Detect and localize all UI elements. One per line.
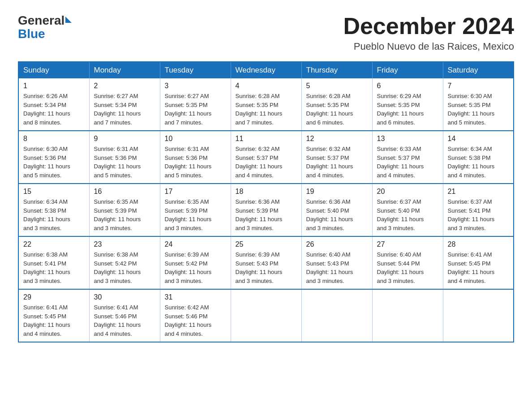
logo-arrow-icon bbox=[65, 17, 72, 23]
day-number: 1 bbox=[23, 82, 85, 90]
logo-general-text: General bbox=[18, 13, 64, 28]
day-info: Sunrise: 6:42 AMSunset: 5:46 PMDaylight:… bbox=[165, 303, 226, 338]
day-number: 26 bbox=[306, 240, 368, 248]
day-number: 31 bbox=[165, 293, 226, 301]
day-number: 5 bbox=[306, 82, 368, 90]
day-info: Sunrise: 6:33 AMSunset: 5:37 PMDaylight:… bbox=[377, 145, 438, 180]
calendar-cell: 21 Sunrise: 6:37 AMSunset: 5:41 PMDaylig… bbox=[443, 184, 514, 236]
day-info: Sunrise: 6:41 AMSunset: 5:45 PMDaylight:… bbox=[23, 303, 85, 338]
day-number: 30 bbox=[94, 293, 155, 301]
day-number: 13 bbox=[377, 135, 438, 143]
day-number: 28 bbox=[448, 240, 509, 248]
day-info: Sunrise: 6:30 AMSunset: 5:35 PMDaylight:… bbox=[448, 92, 509, 127]
day-number: 25 bbox=[236, 240, 297, 248]
column-header-saturday: Saturday bbox=[443, 62, 514, 78]
day-info: Sunrise: 6:30 AMSunset: 5:36 PMDaylight:… bbox=[23, 145, 85, 180]
day-info: Sunrise: 6:41 AMSunset: 5:45 PMDaylight:… bbox=[448, 250, 509, 285]
day-info: Sunrise: 6:32 AMSunset: 5:37 PMDaylight:… bbox=[306, 145, 368, 180]
calendar-cell: 6 Sunrise: 6:29 AMSunset: 5:35 PMDayligh… bbox=[372, 78, 443, 131]
calendar-cell: 2 Sunrise: 6:27 AMSunset: 5:34 PMDayligh… bbox=[89, 78, 160, 131]
calendar-cell: 7 Sunrise: 6:30 AMSunset: 5:35 PMDayligh… bbox=[443, 78, 514, 131]
logo: General Blue bbox=[18, 13, 72, 41]
day-info: Sunrise: 6:26 AMSunset: 5:34 PMDaylight:… bbox=[23, 92, 85, 127]
calendar-week-row: 22 Sunrise: 6:38 AMSunset: 5:41 PMDaylig… bbox=[18, 236, 514, 289]
day-info: Sunrise: 6:32 AMSunset: 5:37 PMDaylight:… bbox=[236, 145, 297, 180]
calendar-week-row: 8 Sunrise: 6:30 AMSunset: 5:36 PMDayligh… bbox=[18, 131, 514, 184]
calendar-header-row: SundayMondayTuesdayWednesdayThursdayFrid… bbox=[18, 62, 514, 78]
day-info: Sunrise: 6:39 AMSunset: 5:42 PMDaylight:… bbox=[165, 250, 226, 285]
calendar-cell: 11 Sunrise: 6:32 AMSunset: 5:37 PMDaylig… bbox=[231, 131, 301, 184]
day-info: Sunrise: 6:34 AMSunset: 5:38 PMDaylight:… bbox=[23, 197, 85, 232]
calendar-cell: 18 Sunrise: 6:36 AMSunset: 5:39 PMDaylig… bbox=[231, 184, 301, 236]
calendar-cell: 25 Sunrise: 6:39 AMSunset: 5:43 PMDaylig… bbox=[231, 236, 301, 289]
month-title: December 2024 bbox=[343, 13, 514, 39]
day-number: 11 bbox=[236, 135, 297, 143]
day-number: 7 bbox=[448, 82, 509, 90]
calendar-cell: 28 Sunrise: 6:41 AMSunset: 5:45 PMDaylig… bbox=[443, 236, 514, 289]
calendar-cell bbox=[231, 289, 301, 342]
day-number: 12 bbox=[306, 135, 368, 143]
calendar-cell: 29 Sunrise: 6:41 AMSunset: 5:45 PMDaylig… bbox=[18, 289, 89, 342]
day-info: Sunrise: 6:28 AMSunset: 5:35 PMDaylight:… bbox=[236, 92, 297, 127]
day-number: 23 bbox=[94, 240, 155, 248]
calendar-cell: 22 Sunrise: 6:38 AMSunset: 5:41 PMDaylig… bbox=[18, 236, 89, 289]
calendar-cell: 30 Sunrise: 6:41 AMSunset: 5:46 PMDaylig… bbox=[89, 289, 160, 342]
day-number: 6 bbox=[377, 82, 438, 90]
day-info: Sunrise: 6:40 AMSunset: 5:44 PMDaylight:… bbox=[377, 250, 438, 285]
day-info: Sunrise: 6:29 AMSunset: 5:35 PMDaylight:… bbox=[377, 92, 438, 127]
calendar-cell: 23 Sunrise: 6:38 AMSunset: 5:42 PMDaylig… bbox=[89, 236, 160, 289]
day-info: Sunrise: 6:41 AMSunset: 5:46 PMDaylight:… bbox=[94, 303, 155, 338]
column-header-wednesday: Wednesday bbox=[231, 62, 301, 78]
day-info: Sunrise: 6:39 AMSunset: 5:43 PMDaylight:… bbox=[236, 250, 297, 285]
day-number: 3 bbox=[165, 82, 226, 90]
day-info: Sunrise: 6:31 AMSunset: 5:36 PMDaylight:… bbox=[165, 145, 226, 180]
day-info: Sunrise: 6:38 AMSunset: 5:42 PMDaylight:… bbox=[94, 250, 155, 285]
column-header-tuesday: Tuesday bbox=[160, 62, 231, 78]
calendar-cell: 1 Sunrise: 6:26 AMSunset: 5:34 PMDayligh… bbox=[18, 78, 89, 131]
day-info: Sunrise: 6:35 AMSunset: 5:39 PMDaylight:… bbox=[94, 197, 155, 232]
calendar-week-row: 1 Sunrise: 6:26 AMSunset: 5:34 PMDayligh… bbox=[18, 78, 514, 131]
title-area: December 2024 Pueblo Nuevo de las Raices… bbox=[343, 13, 514, 52]
day-number: 29 bbox=[23, 293, 85, 301]
day-info: Sunrise: 6:35 AMSunset: 5:39 PMDaylight:… bbox=[165, 197, 226, 232]
day-info: Sunrise: 6:27 AMSunset: 5:34 PMDaylight:… bbox=[94, 92, 155, 127]
calendar-table: SundayMondayTuesdayWednesdayThursdayFrid… bbox=[18, 61, 514, 342]
calendar-cell: 31 Sunrise: 6:42 AMSunset: 5:46 PMDaylig… bbox=[160, 289, 231, 342]
calendar-cell: 26 Sunrise: 6:40 AMSunset: 5:43 PMDaylig… bbox=[301, 236, 372, 289]
day-info: Sunrise: 6:34 AMSunset: 5:38 PMDaylight:… bbox=[448, 145, 509, 180]
calendar-week-row: 15 Sunrise: 6:34 AMSunset: 5:38 PMDaylig… bbox=[18, 184, 514, 236]
calendar-cell: 19 Sunrise: 6:36 AMSunset: 5:40 PMDaylig… bbox=[301, 184, 372, 236]
day-number: 20 bbox=[377, 188, 438, 196]
day-number: 4 bbox=[236, 82, 297, 90]
calendar-cell bbox=[443, 289, 514, 342]
calendar-cell: 4 Sunrise: 6:28 AMSunset: 5:35 PMDayligh… bbox=[231, 78, 301, 131]
day-number: 27 bbox=[377, 240, 438, 248]
day-number: 2 bbox=[94, 82, 155, 90]
day-number: 16 bbox=[94, 188, 155, 196]
calendar-cell: 9 Sunrise: 6:31 AMSunset: 5:36 PMDayligh… bbox=[89, 131, 160, 184]
calendar-cell: 24 Sunrise: 6:39 AMSunset: 5:42 PMDaylig… bbox=[160, 236, 231, 289]
day-number: 8 bbox=[23, 135, 85, 143]
calendar-cell: 8 Sunrise: 6:30 AMSunset: 5:36 PMDayligh… bbox=[18, 131, 89, 184]
page-header: General Blue December 2024 Pueblo Nuevo … bbox=[18, 13, 514, 52]
calendar-cell: 13 Sunrise: 6:33 AMSunset: 5:37 PMDaylig… bbox=[372, 131, 443, 184]
calendar-cell: 16 Sunrise: 6:35 AMSunset: 5:39 PMDaylig… bbox=[89, 184, 160, 236]
day-info: Sunrise: 6:31 AMSunset: 5:36 PMDaylight:… bbox=[94, 145, 155, 180]
day-number: 21 bbox=[448, 188, 509, 196]
calendar-cell bbox=[372, 289, 443, 342]
day-number: 22 bbox=[23, 240, 85, 248]
calendar-cell: 15 Sunrise: 6:34 AMSunset: 5:38 PMDaylig… bbox=[18, 184, 89, 236]
calendar-cell: 12 Sunrise: 6:32 AMSunset: 5:37 PMDaylig… bbox=[301, 131, 372, 184]
day-info: Sunrise: 6:27 AMSunset: 5:35 PMDaylight:… bbox=[165, 92, 226, 127]
day-number: 19 bbox=[306, 188, 368, 196]
calendar-cell: 17 Sunrise: 6:35 AMSunset: 5:39 PMDaylig… bbox=[160, 184, 231, 236]
column-header-sunday: Sunday bbox=[18, 62, 89, 78]
calendar-cell: 10 Sunrise: 6:31 AMSunset: 5:36 PMDaylig… bbox=[160, 131, 231, 184]
day-number: 10 bbox=[165, 135, 226, 143]
calendar-cell: 20 Sunrise: 6:37 AMSunset: 5:40 PMDaylig… bbox=[372, 184, 443, 236]
day-info: Sunrise: 6:37 AMSunset: 5:41 PMDaylight:… bbox=[448, 197, 509, 232]
day-number: 24 bbox=[165, 240, 226, 248]
day-info: Sunrise: 6:38 AMSunset: 5:41 PMDaylight:… bbox=[23, 250, 85, 285]
location-subtitle: Pueblo Nuevo de las Raices, Mexico bbox=[343, 41, 514, 52]
day-number: 17 bbox=[165, 188, 226, 196]
